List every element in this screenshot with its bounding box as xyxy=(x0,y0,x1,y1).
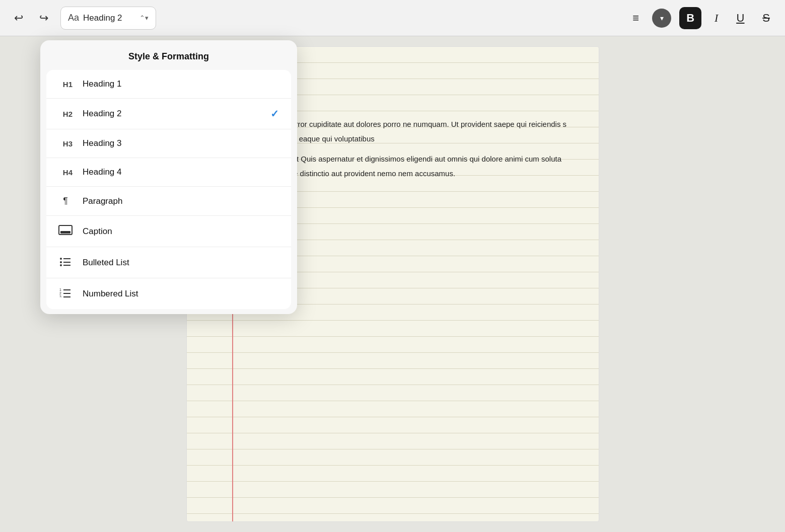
style-option-caption[interactable]: Caption xyxy=(46,215,291,247)
check-icon: ✓ xyxy=(270,108,279,120)
bulleted-list-icon xyxy=(58,256,73,269)
svg-text:2: 2 xyxy=(59,291,61,295)
h1-tag: H1 xyxy=(58,80,73,89)
style-option-h2[interactable]: H2 Heading 2 ✓ xyxy=(46,98,291,129)
bold-button[interactable]: B xyxy=(679,7,701,29)
text-style-icon: Aa xyxy=(68,13,79,23)
underline-icon: U xyxy=(736,12,744,24)
style-option-h3[interactable]: H3 Heading 3 xyxy=(46,129,291,158)
numbered-list-label: Numbered List xyxy=(83,289,279,299)
undo-icon: ↩ xyxy=(14,12,23,25)
h4-label: Heading 4 xyxy=(83,167,279,177)
style-selector[interactable]: Aa Heading 2 ⌃▾ xyxy=(60,7,156,30)
current-style-label: Heading 2 xyxy=(83,13,135,23)
h2-tag: H2 xyxy=(58,110,73,118)
strikethrough-button[interactable]: S xyxy=(757,9,775,28)
dropdown-button[interactable]: ▾ xyxy=(652,9,671,28)
paragraph-label: Paragraph xyxy=(83,196,279,206)
style-option-numbered-list[interactable]: 1 2 3 Numbered List xyxy=(46,278,291,309)
numbered-list-icon: 1 2 3 xyxy=(58,287,73,300)
h3-tag: H3 xyxy=(58,139,73,148)
dropdown-title: Style & Formatting xyxy=(40,40,297,70)
svg-text:3: 3 xyxy=(59,295,61,297)
svg-point-6 xyxy=(60,264,62,266)
style-option-h4[interactable]: H4 Heading 4 xyxy=(46,158,291,186)
align-icon: ≡ xyxy=(632,12,639,25)
paragraph-icon: ¶ xyxy=(58,196,73,206)
style-option-bulleted-list[interactable]: Bulleted List xyxy=(46,247,291,278)
dropdown-icon: ▾ xyxy=(660,14,664,22)
toolbar: ↩ ↪ Aa Heading 2 ⌃▾ ≡ ▾ B I U S xyxy=(0,0,785,36)
redo-button[interactable]: ↪ xyxy=(35,8,52,29)
h3-label: Heading 3 xyxy=(83,138,279,148)
svg-point-4 xyxy=(60,261,62,263)
svg-text:1: 1 xyxy=(59,288,61,291)
redo-icon: ↪ xyxy=(39,12,48,25)
caption-icon xyxy=(58,225,73,238)
italic-button[interactable]: I xyxy=(709,9,723,28)
style-formatting-dropdown: Style & Formatting H1 Heading 1 H2 Headi… xyxy=(40,40,297,314)
h2-label: Heading 2 xyxy=(83,109,260,119)
h4-tag: H4 xyxy=(58,168,73,177)
svg-point-2 xyxy=(60,258,62,260)
dropdown-list: H1 Heading 1 H2 Heading 2 ✓ H3 Heading 3… xyxy=(46,70,291,309)
align-button[interactable]: ≡ xyxy=(627,9,644,28)
caption-label: Caption xyxy=(83,226,279,237)
chevron-icon: ⌃▾ xyxy=(139,14,149,22)
svg-rect-1 xyxy=(60,231,70,234)
underline-button[interactable]: U xyxy=(731,9,749,28)
bulleted-list-label: Bulleted List xyxy=(83,258,279,268)
style-option-h1[interactable]: H1 Heading 1 xyxy=(46,70,291,98)
style-option-paragraph[interactable]: ¶ Paragraph xyxy=(46,186,291,215)
strikethrough-icon: S xyxy=(762,12,770,25)
undo-button[interactable]: ↩ xyxy=(10,8,27,29)
bold-icon: B xyxy=(686,12,694,25)
h1-label: Heading 1 xyxy=(83,79,279,89)
italic-icon: I xyxy=(715,12,718,24)
